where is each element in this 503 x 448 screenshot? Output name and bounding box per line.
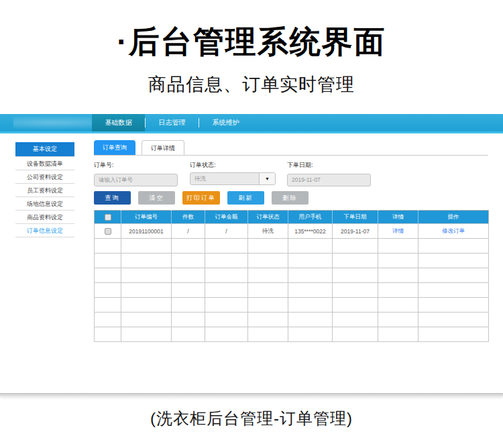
query-button[interactable]: 查询 bbox=[94, 191, 131, 205]
table-header-row: 订单编号 件数 订单金额 订单状态 用户手机 下单日期 详情 操作 bbox=[95, 211, 489, 224]
sidebar-item-device-data-list[interactable]: 设备数据清单 bbox=[15, 157, 74, 170]
print-order-button[interactable]: 打印订单 bbox=[182, 191, 220, 205]
col-header-order-no: 订单编号 bbox=[121, 211, 172, 224]
col-header-action: 操作 bbox=[418, 211, 489, 224]
col-header-phone: 用户手机 bbox=[288, 211, 333, 224]
sidebar: 基本设定 设备数据清单 公司资料设定 员工资料设定 场地信息设定 商品资料设定 … bbox=[15, 142, 74, 237]
cell-status: 待洗 bbox=[248, 224, 288, 239]
sidebar-item-employee-info[interactable]: 员工资料设定 bbox=[15, 184, 74, 197]
cell-phone: 135****0022 bbox=[288, 224, 333, 239]
delete-button[interactable]: 删除 bbox=[272, 191, 309, 205]
page: ·后台管理系统界面 商品信息、订单实时管理 基础数据 日志管理 系统维护 基本设… bbox=[0, 0, 503, 448]
sidebar-header-basic-settings[interactable]: 基本设定 bbox=[15, 142, 74, 156]
empty-table-row bbox=[95, 283, 489, 298]
order-status-value: 待洗 bbox=[190, 175, 259, 183]
cell-qty: / bbox=[172, 224, 205, 239]
content-tabbar: 订单查询 订单详情 bbox=[94, 139, 488, 156]
orders-table: 订单编号 件数 订单金额 订单状态 用户手机 下单日期 详情 操作 201911… bbox=[94, 210, 489, 342]
tab-order-detail[interactable]: 订单详情 bbox=[142, 140, 184, 155]
nav-tab-log-management[interactable]: 日志管理 bbox=[146, 114, 199, 131]
order-status-label: 订单状态: bbox=[190, 161, 276, 170]
nav-tab-label: 日志管理 bbox=[159, 119, 186, 126]
modify-order-link[interactable]: 修改订单 bbox=[442, 227, 465, 234]
detail-link[interactable]: 详情 bbox=[392, 227, 404, 234]
order-no-label: 订单号: bbox=[94, 161, 178, 170]
order-date-input[interactable] bbox=[287, 174, 371, 186]
order-no-field: 订单号: bbox=[94, 161, 178, 186]
cell-detail: 详情 bbox=[378, 224, 418, 239]
action-button-row: 查询 清空 打印订单 刷新 删除 bbox=[94, 191, 488, 205]
col-header-detail: 详情 bbox=[378, 211, 418, 224]
order-date-field: 下单日期: bbox=[287, 161, 371, 186]
col-header-amount: 订单金额 bbox=[205, 211, 248, 224]
clear-button[interactable]: 清空 bbox=[138, 191, 175, 205]
navbar-logo-area bbox=[0, 114, 92, 133]
screenshot-bottom-shadow bbox=[0, 393, 503, 400]
sidebar-item-company-info[interactable]: 公司资料设定 bbox=[15, 170, 74, 184]
table-row: 20191100001 / / 待洗 135****0022 2019-11-0… bbox=[95, 224, 489, 239]
filter-form: 订单号: 订单状态: 待洗 ▼ 下单日期: bbox=[94, 161, 488, 185]
sidebar-item-product-info[interactable]: 商品资料设定 bbox=[15, 211, 74, 224]
image-caption: (洗衣柜后台管理-订单管理) bbox=[0, 408, 503, 429]
sidebar-menu: 设备数据清单 公司资料设定 员工资料设定 场地信息设定 商品资料设定 订单信息设… bbox=[15, 156, 74, 237]
nav-tab-label: 系统维护 bbox=[213, 119, 239, 126]
order-no-input[interactable] bbox=[94, 174, 178, 186]
empty-table-row bbox=[95, 298, 489, 313]
select-all-checkbox[interactable] bbox=[105, 214, 111, 221]
page-subtitle: 商品信息、订单实时管理 bbox=[0, 72, 503, 97]
nav-tab-label: 基础数据 bbox=[105, 119, 132, 126]
empty-table-row bbox=[95, 254, 489, 268]
tab-order-query[interactable]: 订单查询 bbox=[94, 140, 135, 155]
empty-table-row bbox=[95, 313, 489, 327]
order-status-select[interactable]: 待洗 ▼ bbox=[190, 172, 276, 185]
sidebar-item-venue-info[interactable]: 场地信息设定 bbox=[15, 197, 74, 211]
cell-date: 2019-11-07 bbox=[333, 224, 378, 239]
main-content: 订单查询 订单详情 订单号: 订单状态: 待洗 ▼ 下单日期: 查询 清空 bbox=[94, 139, 488, 342]
refresh-button[interactable]: 刷新 bbox=[227, 191, 264, 205]
order-date-label: 下单日期: bbox=[287, 161, 371, 170]
col-header-date: 下单日期 bbox=[333, 211, 378, 224]
top-navbar: 基础数据 日志管理 系统维护 bbox=[0, 114, 503, 133]
row-checkbox-cell bbox=[95, 224, 121, 239]
nav-tab-basic-data[interactable]: 基础数据 bbox=[92, 114, 145, 131]
hero-header: ·后台管理系统界面 商品信息、订单实时管理 bbox=[0, 21, 503, 97]
cell-order-no: 20191100001 bbox=[121, 224, 172, 239]
order-status-field: 订单状态: 待洗 ▼ bbox=[190, 161, 276, 185]
col-header-status: 订单状态 bbox=[248, 211, 288, 224]
chevron-down-icon[interactable]: ▼ bbox=[259, 173, 275, 184]
col-header-qty: 件数 bbox=[172, 211, 205, 224]
sidebar-item-order-info[interactable]: 订单信息设定 bbox=[15, 224, 74, 237]
empty-table-row bbox=[95, 268, 489, 283]
row-checkbox[interactable] bbox=[105, 228, 111, 235]
header-checkbox-cell bbox=[95, 211, 121, 224]
nav-tab-system-maintenance[interactable]: 系统维护 bbox=[199, 114, 252, 131]
page-title: ·后台管理系统界面 bbox=[0, 21, 503, 63]
empty-table-row bbox=[95, 239, 489, 254]
cell-action: 修改订单 bbox=[418, 224, 489, 239]
empty-table-row bbox=[95, 327, 489, 342]
cell-amount: / bbox=[205, 224, 248, 239]
